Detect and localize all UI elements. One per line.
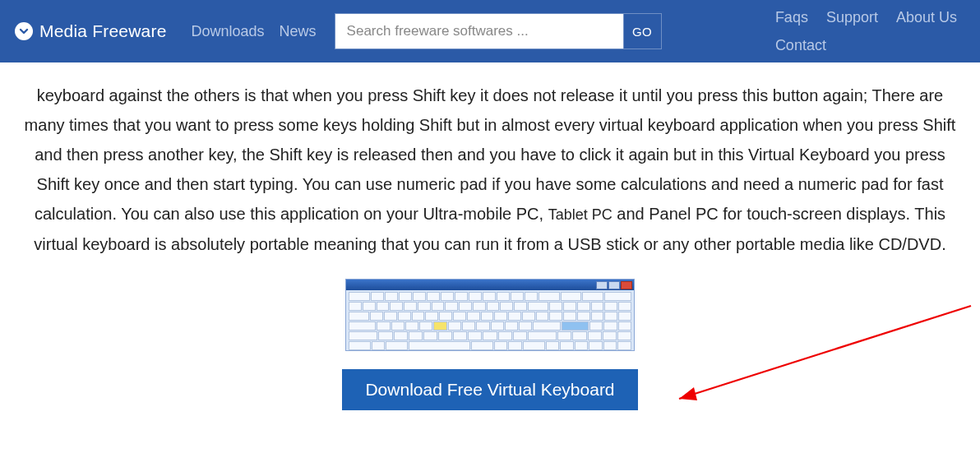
nav-news[interactable]: News (280, 23, 317, 40)
nav-about-us[interactable]: About Us (896, 3, 957, 31)
search-form: GO (335, 13, 662, 49)
tablet-pc-term: Tablet PC (548, 206, 612, 223)
close-icon (621, 281, 632, 289)
maximize-icon (608, 281, 620, 289)
window-titlebar (346, 280, 634, 290)
download-button[interactable]: Download Free Virtual Keyboard (342, 369, 637, 410)
minimize-icon (596, 281, 608, 289)
nav-faqs[interactable]: Faqs (775, 3, 808, 31)
product-screenshot (345, 279, 635, 351)
secondary-nav: Faqs Support About Us Contact (775, 3, 957, 59)
search-input[interactable] (335, 14, 623, 49)
keyboard-body (346, 290, 634, 351)
nav-downloads[interactable]: Downloads (192, 23, 265, 40)
brand-name: Media Freeware (39, 21, 167, 41)
product-description: keyboard against the others is that when… (20, 81, 960, 259)
main-content: keyboard against the others is that when… (0, 62, 980, 435)
site-header: Media Freeware Downloads News GO Faqs Su… (0, 0, 980, 62)
search-go-button[interactable]: GO (623, 14, 661, 49)
chevron-down-circle-icon (15, 22, 33, 40)
nav-contact[interactable]: Contact (775, 31, 826, 59)
nav-support[interactable]: Support (826, 3, 878, 31)
brand-logo[interactable]: Media Freeware (15, 21, 167, 41)
primary-nav: Downloads News (192, 23, 317, 40)
description-pre: keyboard against the others is that when… (25, 86, 956, 223)
